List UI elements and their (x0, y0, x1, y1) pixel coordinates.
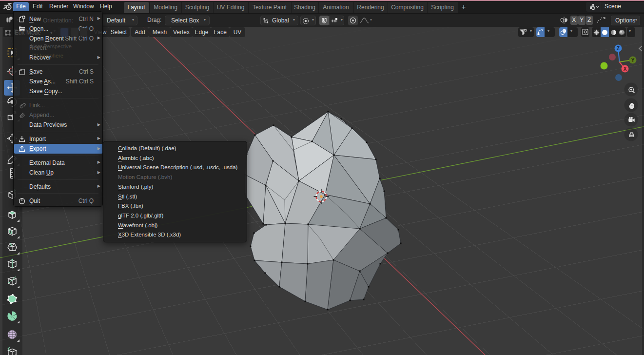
svg-text:Y: Y (631, 58, 635, 63)
svg-text:X: X (624, 66, 627, 72)
svg-text:Z: Z (617, 46, 620, 51)
